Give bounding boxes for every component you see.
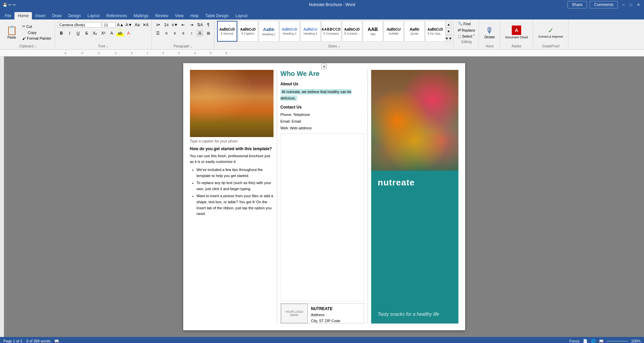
styles-expand[interactable]: ▼▼ (446, 35, 451, 42)
text-highlight-button[interactable]: ab (116, 30, 124, 37)
tab-insert[interactable]: Insert (32, 12, 49, 19)
format-painter-button[interactable]: 🖌 Format Painter (21, 36, 53, 41)
align-center-button[interactable]: ≡ (163, 30, 170, 37)
font-size-select[interactable] (102, 22, 116, 28)
view-web-icon[interactable]: 🌐 (591, 339, 596, 343)
italic-button[interactable]: I (66, 30, 73, 37)
brand-name[interactable]: nutreate (378, 177, 452, 188)
style-title[interactable]: AAB Title (363, 21, 383, 42)
styles-scroll-down[interactable]: ▼ (446, 28, 451, 35)
tab-references[interactable]: References (103, 12, 130, 19)
style-quote[interactable]: AaBb Quote (404, 21, 425, 42)
tab-help[interactable]: Help (187, 12, 202, 19)
font-color-button[interactable]: A (125, 30, 132, 37)
bullet-item-1[interactable]: We've included a few tips throughout the… (197, 167, 274, 179)
correct-improve-button[interactable]: ✓ Correct & Improve (536, 25, 566, 40)
multilevel-list-button[interactable]: ≡▼ (171, 22, 179, 28)
style-subtitle[interactable]: AaBbCcI Subtitle (384, 21, 404, 42)
table-move-handle[interactable]: ✛ (321, 64, 327, 69)
paragraph-expand-icon[interactable]: ⌄ (190, 44, 193, 48)
email-info[interactable]: Email: Email (281, 118, 364, 125)
company-name[interactable]: NUTREATE (311, 306, 360, 312)
phone-info[interactable]: Phone: Telephone (281, 112, 364, 118)
tab-layout2[interactable]: Layout (232, 12, 251, 19)
minimize-button[interactable]: ─ (621, 2, 627, 7)
contact-us-heading[interactable]: Contact Us (281, 105, 364, 110)
about-text-highlighted[interactable]: At nutreate, we believe that healthy can… (281, 89, 352, 101)
show-marks-button[interactable]: ¶ (205, 22, 212, 28)
style-heading3[interactable]: AaBbCcI Heading 3 (300, 21, 320, 42)
bullet-item-3[interactable]: Want to insert a picture from your files… (197, 193, 274, 217)
logo-placeholder[interactable]: YOUR LOGO HERE (281, 304, 308, 323)
clipboard-expand-icon[interactable]: ⌄ (34, 44, 37, 48)
web-info[interactable]: Web: Web address (281, 125, 364, 132)
find-button[interactable]: 🔍 Find (456, 21, 477, 27)
bullets-button[interactable]: ≡• (154, 22, 162, 28)
underline-button[interactable]: U (75, 30, 82, 37)
style-heading2[interactable]: AaBbCcD Heading 2 (280, 21, 300, 42)
photo-caption[interactable]: Type a caption for your photo (190, 139, 274, 143)
font-grow-button[interactable]: A▲ (117, 22, 124, 28)
style-company[interactable]: AABBCCD ¶ Company (321, 21, 341, 42)
tab-view[interactable]: View (172, 12, 187, 19)
font-expand-icon[interactable]: ⌄ (106, 44, 108, 48)
tab-file[interactable]: File (1, 12, 14, 19)
focus-label[interactable]: Focus (569, 339, 580, 343)
style-heading1[interactable]: AaBb Heading 1 (259, 21, 279, 42)
view-read-icon[interactable]: 📖 (599, 339, 604, 343)
close-button[interactable]: ✕ (635, 2, 641, 7)
shading-button[interactable]: A (196, 30, 204, 37)
line-spacing-button[interactable]: ↕ (188, 30, 195, 37)
styles-scroll-up[interactable]: ▲ (446, 21, 451, 28)
tab-home[interactable]: Home (14, 12, 32, 19)
style-contact[interactable]: AaBbCcD ¶ Contact... (342, 21, 362, 42)
document-cloud-button[interactable]: A Document Cloud (503, 24, 531, 40)
bold-button[interactable]: B (58, 30, 65, 37)
style-no-space[interactable]: AaBbCcD ¶ No Spa... (425, 21, 445, 42)
style-normal[interactable]: AaBbCcD ¶ Normal (217, 21, 237, 42)
decrease-indent-button[interactable]: ⇤ (180, 22, 187, 28)
clear-format-button[interactable]: ✕A (142, 22, 149, 28)
template-intro[interactable]: You can use this fresh, professional bro… (190, 153, 274, 164)
share-button[interactable]: Share (567, 1, 587, 8)
dictate-button[interactable]: 🎙 Dictate (482, 25, 497, 40)
tab-draw[interactable]: Draw (49, 12, 65, 19)
bullet-item-2[interactable]: To replace any tip text (such as this) w… (197, 180, 274, 192)
numbering-button[interactable]: 1≡ (163, 22, 170, 28)
tab-mailings[interactable]: Mailings (130, 12, 152, 19)
tab-design[interactable]: Design (65, 12, 84, 19)
text-effects-button[interactable]: A (108, 30, 115, 37)
city-zip-line[interactable]: City, ST ZIP Code (311, 318, 360, 324)
template-question[interactable]: How do you get started with this templat… (190, 146, 274, 151)
styles-expand-icon[interactable]: ⌄ (338, 44, 340, 48)
justify-button[interactable]: ≡ (180, 30, 187, 37)
canvas-area[interactable]: ✛ Type a caption for your photo How do y… (4, 56, 644, 337)
select-button[interactable]: ⬚ Select ˅ (456, 34, 477, 39)
align-left-button[interactable]: ☰ (154, 30, 162, 37)
tab-review[interactable]: Review (152, 12, 171, 19)
change-case-button[interactable]: Aa (134, 22, 141, 28)
replace-button[interactable]: ⇄ Replace (456, 27, 477, 33)
cut-button[interactable]: ✂ Cut (21, 24, 53, 29)
who-we-are-heading[interactable]: Who We Are (281, 70, 364, 78)
tab-layout[interactable]: Layout (84, 12, 103, 19)
about-us-heading[interactable]: About Us (281, 82, 364, 86)
font-name-select[interactable] (58, 22, 101, 28)
about-text[interactable]: At nutreate, we believe that healthy can… (281, 88, 364, 101)
address-line[interactable]: Address (311, 312, 360, 318)
paste-button[interactable]: 📋 Paste (3, 24, 20, 41)
sort-button[interactable]: ⇅A (196, 22, 204, 28)
comments-button[interactable]: Comments (590, 1, 618, 8)
view-print-icon[interactable]: 📄 (583, 339, 588, 343)
restore-button[interactable]: □ (628, 2, 634, 7)
brand-tagline[interactable]: Tasty snacks for a healthy life (378, 311, 452, 317)
copy-button[interactable]: 📄 Copy (21, 30, 53, 35)
align-right-button[interactable]: ≡ (171, 30, 179, 37)
font-shrink-button[interactable]: A▼ (125, 22, 133, 28)
tab-table-design[interactable]: Table Design (202, 12, 232, 19)
borders-button[interactable]: ⊞ (205, 30, 212, 37)
subscript-button[interactable]: X₂ (91, 30, 99, 37)
zoom-slider[interactable]: ──────── (607, 339, 628, 343)
increase-indent-button[interactable]: ⇥ (188, 22, 195, 28)
strikethrough-button[interactable]: S̶ (83, 30, 90, 37)
